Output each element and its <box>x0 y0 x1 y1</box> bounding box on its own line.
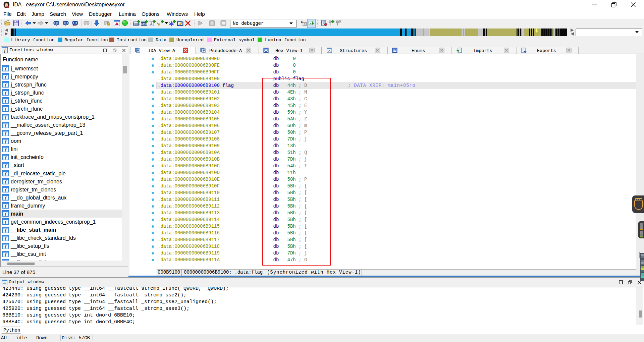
svg-text:‘s: ‘s <box>157 21 160 26</box>
svg-text:#: # <box>55 23 57 26</box>
svg-text:A: A <box>150 22 152 26</box>
svg-text:!: ! <box>116 23 117 26</box>
svg-text:C: C <box>304 23 306 25</box>
svg-text:101: 101 <box>72 23 77 26</box>
svg-text:DATA: DATA <box>141 23 147 25</box>
svg-text:c: c <box>310 22 312 25</box>
svg-text:CODE: CODE <box>133 23 140 25</box>
svg-text:64: 64 <box>6 5 9 8</box>
svg-text:T: T <box>65 23 67 26</box>
svg-text:A: A <box>328 49 331 53</box>
